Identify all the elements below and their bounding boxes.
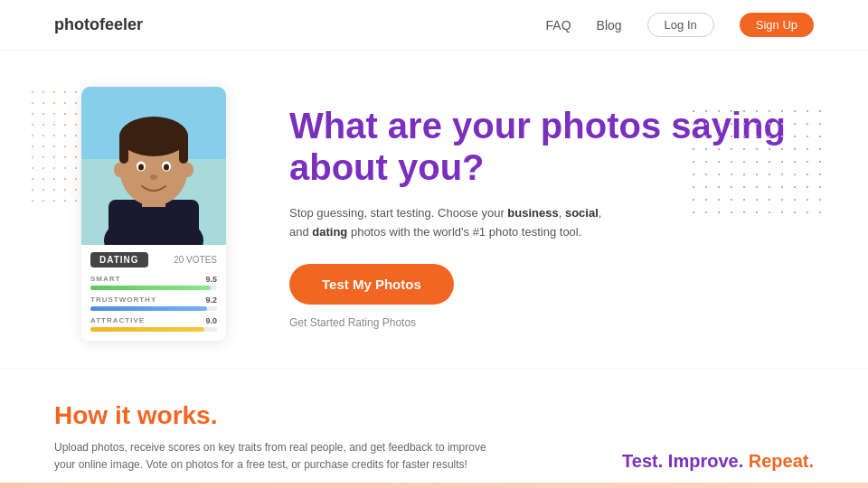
navbar: photofeeler FAQ Blog Log In Sign Up <box>0 0 868 51</box>
stat-attractive: ATTRACTIVE 9.0 <box>90 316 217 332</box>
photo-stats-bar: DATING 20 VOTES SMART 9.5 TRU <box>81 245 226 341</box>
votes-text: VOTES <box>186 255 217 265</box>
svg-point-15 <box>183 163 193 177</box>
stat-trustworthy: TRUSTWORTHY 9.2 <box>90 296 217 311</box>
hero-description: Stop guessing, start testing. Choose you… <box>289 204 615 242</box>
stat-trustworthy-label: TRUSTWORTHY <box>90 296 156 305</box>
cta-button[interactable]: Test My Photos <box>289 264 454 305</box>
how-description: Upload photos, receive scores on key tra… <box>54 439 488 474</box>
svg-point-12 <box>164 164 169 171</box>
svg-point-11 <box>138 164 144 171</box>
stat-attractive-score: 9.0 <box>205 316 217 325</box>
test-improve-label: Test. Improve. Repeat. <box>622 451 814 472</box>
hero-photo-panel: DATING 20 VOTES SMART 9.5 TRU <box>54 87 235 341</box>
stat-smart-score: 9.5 <box>205 275 217 284</box>
login-button[interactable]: Log In <box>647 13 714 37</box>
signup-button[interactable]: Sign Up <box>740 13 814 37</box>
hero-section: DATING 20 VOTES SMART 9.5 TRU <box>0 51 868 368</box>
dot-grid-purple <box>687 105 832 213</box>
svg-point-6 <box>119 117 188 156</box>
nav-links: FAQ Blog Log In Sign Up <box>546 13 814 37</box>
nav-blog[interactable]: Blog <box>597 18 622 33</box>
stat-smart: SMART 9.5 <box>90 275 217 290</box>
svg-point-14 <box>114 163 125 177</box>
photo-card: DATING 20 VOTES SMART 9.5 TRU <box>81 87 226 341</box>
svg-rect-8 <box>179 132 188 164</box>
votes-count: 20 <box>174 255 184 265</box>
stat-smart-label: SMART <box>90 275 120 284</box>
get-started-label: Get Started Rating Photos <box>289 316 416 329</box>
svg-point-13 <box>150 174 157 180</box>
how-title: How it works. <box>54 401 814 430</box>
nav-faq[interactable]: FAQ <box>546 18 571 33</box>
svg-rect-7 <box>119 132 128 164</box>
logo: photofeeler <box>54 15 143 34</box>
votes-display: 20 VOTES <box>174 255 217 265</box>
person-illustration <box>81 87 226 245</box>
category-tab: DATING <box>90 252 148 267</box>
stat-attractive-label: ATTRACTIVE <box>90 316 145 325</box>
repeat-label: Repeat. <box>749 451 814 471</box>
bottom-accent-bar <box>0 483 868 488</box>
stat-trustworthy-score: 9.2 <box>205 296 217 305</box>
profile-photo <box>81 87 226 245</box>
